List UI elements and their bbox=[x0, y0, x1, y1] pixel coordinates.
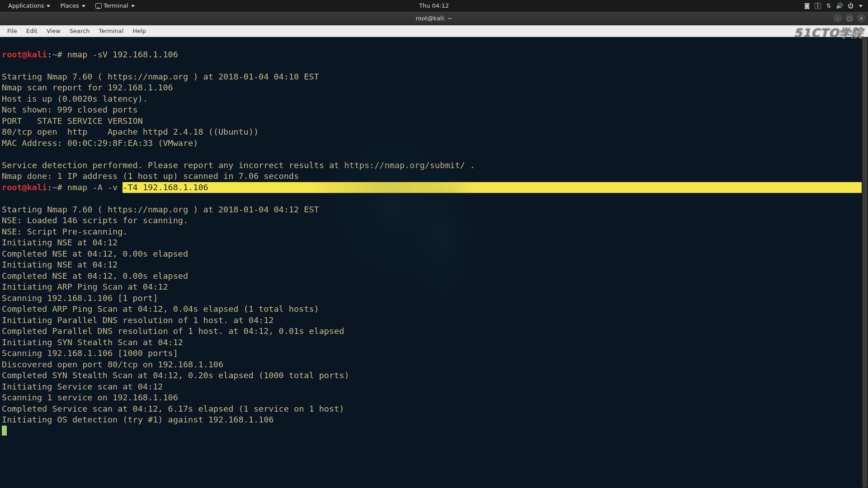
menu-terminal[interactable]: Terminal bbox=[94, 28, 128, 34]
applications-label: Applications bbox=[8, 0, 44, 12]
prompt-user: root@kali bbox=[2, 50, 47, 59]
prompt-path: ~ bbox=[52, 183, 57, 192]
output-line: NSE: Script Pre-scanning. bbox=[2, 227, 127, 236]
output-line: MAC Address: 00:0C:29:8F:EA:33 (VMware) bbox=[2, 138, 198, 148]
gnome-left-group: Applications Places Terminal bbox=[0, 0, 138, 12]
power-icon[interactable]: ⏻ bbox=[847, 3, 854, 9]
output-line: Not shown: 999 closed ports bbox=[2, 105, 138, 114]
output-line: Service detection performed. Please repo… bbox=[2, 160, 475, 170]
menu-file[interactable]: File bbox=[3, 28, 22, 34]
output-line: NSE: Loaded 146 scripts for scanning. bbox=[2, 216, 188, 225]
terminal-icon bbox=[95, 3, 102, 9]
applications-menu[interactable]: Applications bbox=[5, 0, 54, 12]
command-2-prefix: nmap -A -v bbox=[62, 183, 123, 192]
command-1: nmap -sV 192.168.1.106 bbox=[62, 50, 178, 59]
prompt-path: ~ bbox=[52, 50, 57, 59]
window-titlebar[interactable]: root@kali: ~ – □ × bbox=[0, 12, 868, 25]
clock-label: Thu 04:12 bbox=[419, 0, 449, 12]
chevron-down-icon bbox=[47, 5, 50, 7]
output-line: Initiating NSE at 04:12 bbox=[2, 260, 118, 269]
output-line: Completed ARP Ping Scan at 04:12, 0.04s … bbox=[2, 304, 319, 314]
terminal-menu-bar: File Edit View Search Terminal Help bbox=[0, 25, 868, 37]
output-line: Initiating SYN Stealth Scan at 04:12 bbox=[2, 338, 183, 347]
output-line: Scanning 192.168.1.106 [1000 ports] bbox=[2, 348, 178, 358]
prompt-colon: : bbox=[47, 50, 52, 59]
output-line: Scanning 1 service on 192.168.1.106 bbox=[2, 393, 178, 402]
output-line: Completed Service scan at 04:12, 6.17s e… bbox=[2, 404, 344, 413]
taskbar-terminal-label: Terminal bbox=[104, 0, 128, 12]
gnome-top-bar: Applications Places Terminal Thu 04:12 ◙… bbox=[0, 0, 868, 12]
recorder-icon[interactable]: ◙ bbox=[804, 3, 810, 9]
chevron-down-icon bbox=[82, 5, 85, 7]
volume-icon[interactable]: 🔊 bbox=[836, 3, 843, 9]
close-button[interactable]: × bbox=[857, 14, 865, 22]
prompt-user: root@kali bbox=[2, 183, 47, 192]
output-line: Initiating ARP Ping Scan at 04:12 bbox=[2, 282, 168, 291]
menu-view[interactable]: View bbox=[42, 28, 65, 34]
output-line: Completed Parallel DNS resolution of 1 h… bbox=[2, 326, 344, 336]
selection-highlight bbox=[208, 182, 868, 193]
chevron-down-icon bbox=[859, 5, 863, 7]
minimize-button[interactable]: – bbox=[834, 14, 842, 22]
output-line: 80/tcp open http Apache httpd 2.4.18 ((U… bbox=[2, 127, 259, 136]
menu-search[interactable]: Search bbox=[65, 28, 94, 34]
output-line: Starting Nmap 7.60 ( https://nmap.org ) … bbox=[2, 72, 319, 81]
maximize-button[interactable]: □ bbox=[845, 14, 854, 22]
workspace-indicator[interactable]: 1 bbox=[815, 3, 821, 9]
output-line: Completed NSE at 04:12, 0.00s elapsed bbox=[2, 271, 188, 281]
terminal-cursor bbox=[2, 426, 7, 436]
network-icon[interactable]: ⇅ bbox=[826, 3, 832, 9]
places-menu[interactable]: Places bbox=[57, 0, 89, 12]
terminal-viewport[interactable]: root@kali:~# nmap -sV 192.168.1.106 Star… bbox=[0, 37, 868, 488]
menu-edit[interactable]: Edit bbox=[22, 28, 42, 34]
output-line: Initiating Service scan at 04:12 bbox=[2, 382, 163, 391]
selected-text: -T4 192.168.1.106 bbox=[123, 182, 208, 193]
output-line: Initiating NSE at 04:12 bbox=[2, 238, 118, 247]
output-line: Completed NSE at 04:12, 0.00s elapsed bbox=[2, 249, 188, 258]
window-title-text: root@kali: ~ bbox=[416, 15, 453, 22]
clock[interactable]: Thu 04:12 bbox=[415, 0, 453, 12]
output-line: Initiating OS detection (try #1) against… bbox=[2, 415, 274, 424]
output-line: Scanning 192.168.1.106 [1 port] bbox=[2, 293, 158, 303]
output-line: Nmap done: 1 IP address (1 host up) scan… bbox=[2, 171, 299, 181]
output-line: Completed SYN Stealth Scan at 04:12, 0.2… bbox=[2, 371, 349, 380]
output-line: Initiating Parallel DNS resolution of 1 … bbox=[2, 315, 274, 325]
menu-help[interactable]: Help bbox=[128, 28, 151, 34]
chevron-down-icon bbox=[131, 5, 135, 7]
prompt-colon: : bbox=[47, 183, 52, 192]
scrollbar-thumb[interactable] bbox=[863, 37, 867, 488]
window-controls: – □ × bbox=[834, 14, 865, 22]
output-line: PORT STATE SERVICE VERSION bbox=[2, 116, 143, 126]
places-label: Places bbox=[60, 0, 79, 12]
prompt-hash: # bbox=[57, 50, 62, 59]
prompt-hash: # bbox=[57, 183, 62, 192]
output-line: Nmap scan report for 192.168.1.106 bbox=[2, 83, 173, 92]
output-line: Discovered open port 80/tcp on 192.168.1… bbox=[2, 360, 223, 369]
taskbar-terminal[interactable]: Terminal bbox=[92, 0, 138, 12]
terminal-scrollbar[interactable] bbox=[862, 37, 868, 488]
gnome-right-group: ◙ 1 ⇅ 🔊 ⏻ bbox=[804, 3, 868, 9]
output-line: Starting Nmap 7.60 ( https://nmap.org ) … bbox=[2, 205, 319, 214]
prompt-line-2: root@kali:~# nmap -A -v -T4 192.168.1.10… bbox=[2, 183, 868, 192]
output-line: Host is up (0.0020s latency). bbox=[2, 94, 148, 103]
